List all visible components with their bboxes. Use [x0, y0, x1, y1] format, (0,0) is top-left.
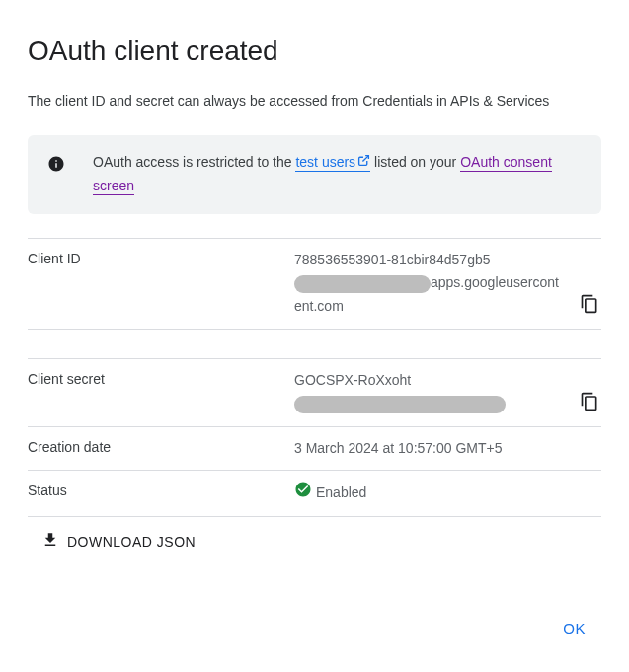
client-id-value: 788536553901-81cbir84d57gb5apps.googleus… — [294, 249, 601, 319]
info-text: OAuth access is restricted to the test u… — [93, 151, 586, 198]
creation-date-row: Creation date 3 March 2024 at 10:57:00 G… — [28, 427, 601, 472]
client-secret-value: GOCSPX-RoXxoht — [294, 369, 601, 416]
copy-client-id-button[interactable] — [578, 292, 601, 319]
redacted-segment — [294, 275, 431, 293]
svg-line-0 — [363, 156, 369, 162]
dialog-subtitle: The client ID and secret can always be a… — [28, 91, 601, 112]
test-users-link[interactable]: test users — [295, 154, 370, 172]
download-icon — [41, 531, 59, 552]
status-row: Status Enabled — [28, 471, 601, 517]
status-text: Enabled — [316, 482, 366, 505]
client-secret-prefix: GOCSPX-RoXxoht — [294, 372, 411, 388]
client-id-row: Client ID 788536553901-81cbir84d57gb5app… — [28, 238, 601, 330]
status-label: Status — [28, 481, 294, 498]
test-users-link-label: test users — [295, 154, 355, 170]
client-id-prefix: 788536553901-81cbir84d57gb5 — [294, 252, 491, 267]
download-json-label: DOWNLOAD JSON — [67, 534, 196, 550]
check-circle-icon — [294, 481, 312, 506]
ok-button[interactable]: OK — [551, 612, 597, 644]
client-secret-row: Client secret GOCSPX-RoXxoht — [28, 359, 601, 427]
copy-client-secret-button[interactable] — [578, 390, 601, 416]
copy-icon — [580, 400, 599, 414]
dialog-title: OAuth client created — [28, 36, 601, 67]
client-secret-label: Client secret — [28, 369, 294, 387]
spacer-row — [28, 330, 601, 359]
info-banner: OAuth access is restricted to the test u… — [28, 135, 601, 214]
creation-date-value: 3 March 2024 at 10:57:00 GMT+5 — [294, 437, 601, 461]
download-json-button[interactable]: DOWNLOAD JSON — [28, 519, 209, 563]
info-icon — [47, 151, 65, 173]
info-text-mid: listed on your — [370, 154, 460, 170]
external-link-icon — [357, 151, 370, 175]
creation-date-label: Creation date — [28, 437, 294, 455]
info-text-prefix: OAuth access is restricted to the — [93, 154, 295, 170]
client-id-label: Client ID — [28, 249, 294, 266]
redacted-segment — [294, 396, 506, 413]
status-value: Enabled — [294, 481, 601, 506]
copy-icon — [580, 302, 599, 317]
